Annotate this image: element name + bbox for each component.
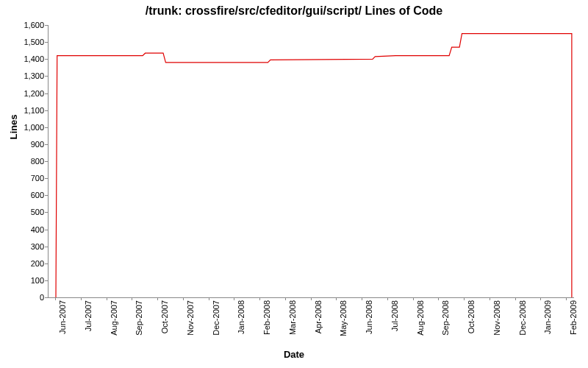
x-tick-label: Sep-2008 [441, 300, 450, 336]
x-tick-label: Jan-2008 [237, 300, 245, 334]
y-tick-label: 200 [4, 259, 44, 268]
y-tick-label: 900 [4, 140, 44, 149]
plot-area [48, 25, 574, 298]
y-tick-label: 1,000 [4, 123, 44, 132]
x-tick-label: Dec-2008 [518, 300, 527, 336]
y-tick-label: 1,500 [4, 38, 44, 46]
x-tick-label: Nov-2007 [186, 300, 195, 336]
chart-container: /trunk: crossfire/src/cfeditor/gui/scrip… [0, 0, 588, 368]
y-tick-label: 700 [4, 174, 44, 183]
x-tick-label: Oct-2008 [467, 300, 476, 333]
y-tick-label: 0 [4, 293, 44, 302]
line-series [49, 25, 574, 297]
y-tick-label: 300 [4, 242, 44, 251]
x-tick-label: Oct-2007 [160, 300, 169, 333]
x-tick-label: Mar-2008 [288, 300, 297, 335]
x-tick-label: Jan-2009 [543, 300, 552, 334]
chart-title: /trunk: crossfire/src/cfeditor/gui/scrip… [0, 4, 588, 18]
x-tick-label: Jul-2008 [390, 300, 399, 331]
y-tick-label: 500 [4, 208, 44, 216]
x-axis-label: Date [0, 349, 588, 360]
x-tick-label: Jun-2007 [58, 300, 67, 334]
y-tick-label: 1,200 [4, 89, 44, 98]
x-tick-label: May-2008 [339, 300, 348, 336]
x-tick-label: Sep-2007 [135, 300, 143, 336]
x-tick-label: Feb-2008 [262, 300, 271, 335]
y-tick-label: 1,100 [4, 106, 44, 115]
x-tick-label: Jul-2007 [84, 300, 93, 331]
y-tick-label: 1,600 [4, 21, 44, 29]
x-tick-label: Aug-2007 [110, 300, 118, 336]
x-tick-label: Feb-2009 [569, 300, 578, 335]
x-tick-label: Jun-2008 [365, 300, 373, 334]
x-tick-label: Apr-2008 [314, 300, 323, 333]
x-tick-label: Dec-2007 [212, 300, 220, 336]
x-tick-label: Aug-2008 [416, 300, 425, 336]
y-tick-label: 100 [4, 276, 44, 285]
y-tick-label: 1,400 [4, 54, 44, 63]
y-tick-label: 1,300 [4, 71, 44, 80]
y-tick-label: 600 [4, 191, 44, 199]
y-tick-label: 800 [4, 157, 44, 166]
y-tick-label: 400 [4, 225, 44, 234]
x-tick-label: Nov-2008 [492, 300, 501, 336]
